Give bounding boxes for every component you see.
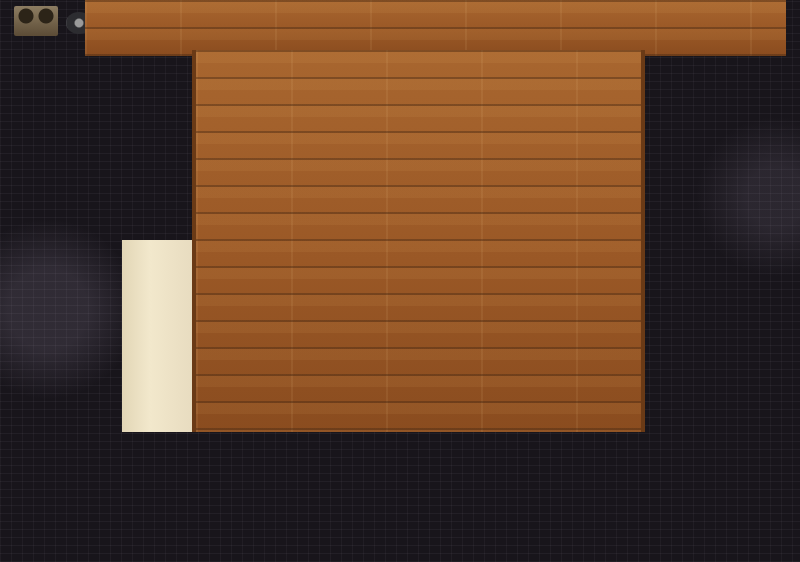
- app-root: ⚙ ⚙ ⚙ РЕТРОТЕХНИКА ПРОИЗВОДСТВА РОССИЯ-С…: [0, 0, 800, 562]
- reel-recorder-silhouette: [14, 6, 58, 36]
- wood-top-band: [85, 0, 786, 56]
- left-paper-strip: [122, 240, 192, 432]
- wood-main-panel: [192, 50, 645, 432]
- saw-edge-decoration: [108, 238, 124, 562]
